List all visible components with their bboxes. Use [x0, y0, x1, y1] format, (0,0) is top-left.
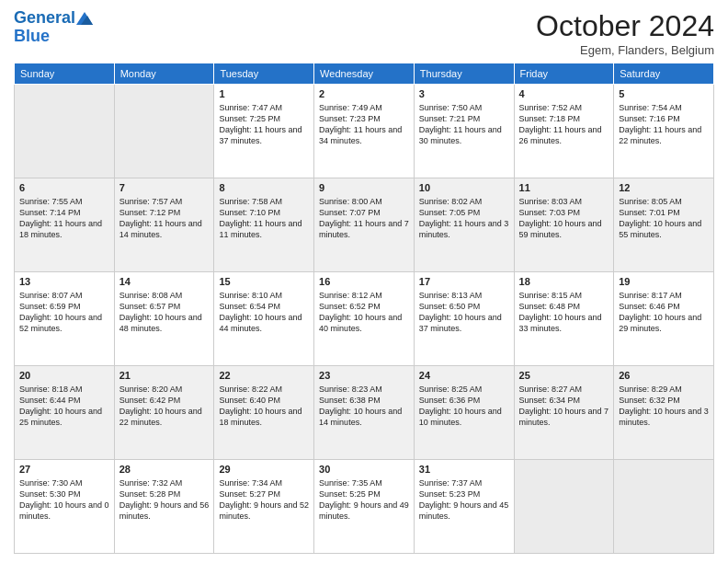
calendar-cell — [15, 85, 115, 178]
cell-text: Sunset: 6:46 PM — [619, 301, 709, 312]
cell-text: Sunrise: 7:32 AM — [119, 477, 210, 488]
calendar-cell: 12Sunrise: 8:05 AMSunset: 7:01 PMDayligh… — [614, 178, 714, 272]
cell-text: Sunrise: 7:52 AM — [519, 102, 609, 113]
cell-text: Sunrise: 8:03 AM — [519, 196, 609, 207]
day-number: 30 — [319, 463, 409, 477]
cell-text: Daylight: 11 hours and 22 minutes. — [619, 124, 709, 146]
cell-text: Sunrise: 8:22 AM — [219, 384, 309, 395]
day-number: 14 — [119, 275, 210, 289]
calendar-cell — [514, 460, 614, 554]
day-number: 25 — [519, 369, 609, 383]
cell-text: Sunrise: 7:55 AM — [19, 196, 109, 207]
day-number: 28 — [119, 463, 210, 477]
cell-text: Daylight: 11 hours and 18 minutes. — [19, 218, 109, 240]
calendar-cell: 14Sunrise: 8:08 AMSunset: 6:57 PMDayligh… — [114, 272, 214, 366]
cell-text: Sunrise: 7:37 AM — [419, 477, 509, 488]
cell-text: Sunset: 6:44 PM — [19, 395, 109, 406]
calendar-cell: 2Sunrise: 7:49 AMSunset: 7:23 PMDaylight… — [314, 85, 415, 178]
cell-text: Sunrise: 7:47 AM — [219, 102, 309, 113]
cell-text: Sunrise: 7:54 AM — [619, 102, 709, 113]
location: Egem, Flanders, Belgium — [536, 43, 714, 57]
cell-text: Sunrise: 8:07 AM — [19, 290, 109, 301]
calendar-cell: 11Sunrise: 8:03 AMSunset: 7:03 PMDayligh… — [514, 178, 614, 272]
cell-text: Daylight: 10 hours and 59 minutes. — [519, 218, 609, 240]
col-header-monday: Monday — [114, 63, 214, 85]
cell-text: Daylight: 11 hours and 37 minutes. — [219, 124, 309, 146]
cell-text: Daylight: 10 hours and 33 minutes. — [519, 312, 609, 334]
day-number: 13 — [19, 275, 109, 289]
cell-text: Daylight: 11 hours and 14 minutes. — [119, 218, 210, 240]
calendar-cell: 27Sunrise: 7:30 AMSunset: 5:30 PMDayligh… — [15, 460, 115, 554]
cell-text: Sunset: 7:07 PM — [319, 207, 409, 218]
cell-text: Daylight: 10 hours and 44 minutes. — [219, 312, 309, 334]
cell-text: Sunrise: 8:29 AM — [619, 384, 709, 395]
cell-text: Sunset: 7:05 PM — [419, 207, 509, 218]
week-row-3: 13Sunrise: 8:07 AMSunset: 6:59 PMDayligh… — [15, 272, 714, 366]
cell-text: Daylight: 10 hours and 18 minutes. — [219, 406, 309, 428]
cell-text: Daylight: 11 hours and 11 minutes. — [219, 218, 309, 240]
calendar-cell: 29Sunrise: 7:34 AMSunset: 5:27 PMDayligh… — [214, 460, 314, 554]
cell-text: Sunset: 7:21 PM — [419, 113, 509, 124]
cell-text: Sunset: 7:16 PM — [619, 113, 709, 124]
cell-text: Daylight: 10 hours and 29 minutes. — [619, 312, 709, 334]
cell-text: Sunrise: 7:35 AM — [319, 477, 409, 488]
day-number: 8 — [219, 181, 309, 195]
day-number: 16 — [319, 275, 409, 289]
cell-text: Daylight: 11 hours and 26 minutes. — [519, 124, 609, 146]
cell-text: Sunset: 6:42 PM — [119, 395, 210, 406]
week-row-5: 27Sunrise: 7:30 AMSunset: 5:30 PMDayligh… — [15, 460, 714, 554]
calendar-cell: 8Sunrise: 7:58 AMSunset: 7:10 PMDaylight… — [214, 178, 314, 272]
day-number: 4 — [519, 87, 609, 101]
cell-text: Daylight: 10 hours and 55 minutes. — [619, 218, 709, 240]
day-number: 9 — [319, 181, 409, 195]
col-header-tuesday: Tuesday — [214, 63, 314, 85]
logo-blue: Blue — [14, 28, 93, 46]
day-number: 2 — [319, 87, 409, 101]
calendar-cell — [114, 85, 214, 178]
cell-text: Sunrise: 8:15 AM — [519, 290, 609, 301]
calendar-cell: 21Sunrise: 8:20 AMSunset: 6:42 PMDayligh… — [114, 366, 214, 460]
cell-text: Sunrise: 8:10 AM — [219, 290, 309, 301]
calendar-cell: 31Sunrise: 7:37 AMSunset: 5:23 PMDayligh… — [414, 460, 514, 554]
cell-text: Daylight: 9 hours and 56 minutes. — [119, 500, 210, 522]
cell-text: Sunrise: 7:49 AM — [319, 102, 409, 113]
day-number: 18 — [519, 275, 609, 289]
day-number: 7 — [119, 181, 210, 195]
calendar-cell: 23Sunrise: 8:23 AMSunset: 6:38 PMDayligh… — [314, 366, 415, 460]
day-number: 20 — [19, 369, 109, 383]
header-row: SundayMondayTuesdayWednesdayThursdayFrid… — [15, 63, 714, 85]
calendar-cell: 22Sunrise: 8:22 AMSunset: 6:40 PMDayligh… — [214, 366, 314, 460]
calendar-cell: 17Sunrise: 8:13 AMSunset: 6:50 PMDayligh… — [414, 272, 514, 366]
cell-text: Sunset: 6:38 PM — [319, 395, 409, 406]
cell-text: Sunset: 7:14 PM — [19, 207, 109, 218]
cell-text: Sunset: 6:59 PM — [19, 301, 109, 312]
calendar-cell: 18Sunrise: 8:15 AMSunset: 6:48 PMDayligh… — [514, 272, 614, 366]
cell-text: Daylight: 10 hours and 0 minutes. — [19, 500, 109, 522]
cell-text: Daylight: 10 hours and 22 minutes. — [119, 406, 210, 428]
week-row-2: 6Sunrise: 7:55 AMSunset: 7:14 PMDaylight… — [15, 178, 714, 272]
day-number: 12 — [619, 181, 709, 195]
day-number: 21 — [119, 369, 210, 383]
cell-text: Daylight: 10 hours and 10 minutes. — [419, 406, 509, 428]
day-number: 15 — [219, 275, 309, 289]
calendar-cell: 16Sunrise: 8:12 AMSunset: 6:52 PMDayligh… — [314, 272, 415, 366]
cell-text: Sunset: 7:25 PM — [219, 113, 309, 124]
cell-text: Daylight: 10 hours and 37 minutes. — [419, 312, 509, 334]
calendar-cell: 13Sunrise: 8:07 AMSunset: 6:59 PMDayligh… — [15, 272, 115, 366]
cell-text: Sunrise: 7:34 AM — [219, 477, 309, 488]
week-row-1: 1Sunrise: 7:47 AMSunset: 7:25 PMDaylight… — [15, 85, 714, 178]
col-header-saturday: Saturday — [614, 63, 714, 85]
calendar-cell: 19Sunrise: 8:17 AMSunset: 6:46 PMDayligh… — [614, 272, 714, 366]
col-header-wednesday: Wednesday — [314, 63, 415, 85]
cell-text: Sunrise: 8:18 AM — [19, 384, 109, 395]
cell-text: Sunrise: 7:58 AM — [219, 196, 309, 207]
cell-text: Daylight: 10 hours and 3 minutes. — [619, 406, 709, 428]
cell-text: Daylight: 10 hours and 40 minutes. — [319, 312, 409, 334]
day-number: 31 — [419, 463, 509, 477]
header: General Blue October 2024 Egem, Flanders… — [14, 9, 714, 57]
calendar-cell — [614, 460, 714, 554]
cell-text: Sunset: 5:25 PM — [319, 488, 409, 500]
calendar-cell: 30Sunrise: 7:35 AMSunset: 5:25 PMDayligh… — [314, 460, 415, 554]
page: General Blue October 2024 Egem, Flanders… — [0, 0, 728, 563]
cell-text: Sunrise: 8:13 AM — [419, 290, 509, 301]
